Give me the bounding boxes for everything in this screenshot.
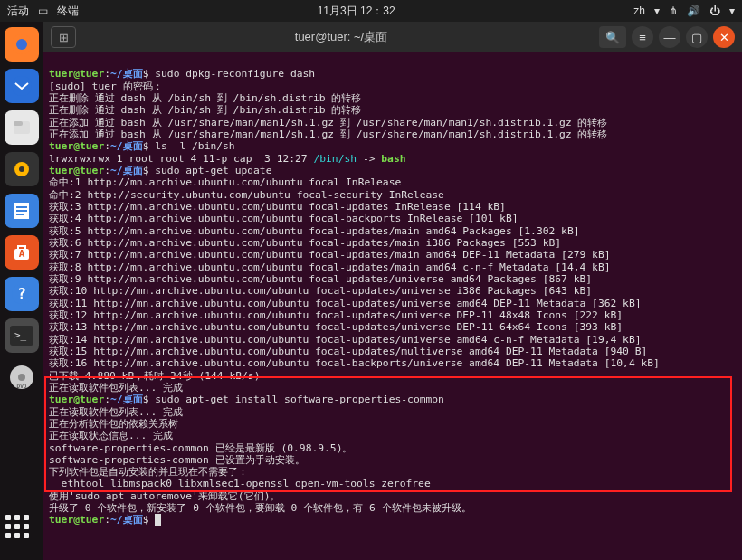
- prompt-dollar: $: [143, 165, 156, 176]
- output-line: 下列软件包是自动安装的并且现在不需要了：: [49, 466, 248, 478]
- window-title: tuer@tuer: ~/桌面: [83, 29, 599, 45]
- output-line: [sudo] tuer 的密码：: [49, 81, 163, 92]
- output-line: 获取:7 http://mn.archive.ubuntu.com/ubuntu…: [49, 249, 611, 261]
- output-line: 获取:9 http://mn.archive.ubuntu.com/ubuntu…: [49, 273, 592, 285]
- output-line: 正在分析软件包的依赖关系树: [49, 418, 178, 430]
- svg-point-6: [19, 166, 24, 172]
- prompt-dollar: $: [143, 514, 156, 526]
- maximize-button[interactable]: ▢: [686, 26, 708, 48]
- svg-text:?: ?: [17, 285, 26, 302]
- output-line: 命中:1 http://mn.archive.ubuntu.com/ubuntu…: [49, 176, 401, 188]
- prompt-user: tuer@tuer: [49, 68, 104, 80]
- chevron-down-icon: ▾: [729, 5, 735, 17]
- terminal-dock-icon[interactable]: >_: [5, 318, 39, 353]
- output-line: 使用'sudo apt autoremove'来卸载它(它们)。: [49, 490, 280, 502]
- new-tab-button[interactable]: ⊞: [51, 26, 76, 48]
- output-line: 获取:8 http://mn.archive.ubuntu.com/ubuntu…: [49, 261, 611, 273]
- prompt-user: tuer@tuer: [49, 165, 104, 176]
- output-line: 获取:5 http://mn.archive.ubuntu.com/ubuntu…: [49, 225, 580, 237]
- svg-point-18: [18, 374, 25, 381]
- files-icon[interactable]: [5, 110, 39, 145]
- input-method[interactable]: zh: [633, 5, 645, 17]
- prompt-colon: :: [104, 394, 110, 405]
- firefox-icon[interactable]: [5, 27, 39, 62]
- app-name: 终端: [57, 4, 79, 19]
- rhythmbox-icon[interactable]: [5, 152, 39, 186]
- prompt-user: tuer@tuer: [49, 140, 104, 152]
- output-line: 已下载 4.880 kB，耗时 34秒 (144 kB/s): [49, 370, 260, 382]
- clock[interactable]: 11月3日 12：32: [79, 4, 633, 19]
- output-line: 获取:4 http://mn.archive.ubuntu.com/ubuntu…: [49, 213, 518, 224]
- close-button[interactable]: ✕: [713, 26, 735, 48]
- svg-rect-4: [14, 121, 23, 126]
- prompt-dollar: $: [143, 68, 156, 80]
- search-button[interactable]: 🔍: [599, 26, 626, 48]
- chevron-down-icon: ▾: [654, 5, 660, 17]
- svg-text:>_: >_: [14, 329, 27, 341]
- svg-rect-8: [16, 206, 27, 208]
- output-line: 获取:14 http://mn.archive.ubuntu.com/ubunt…: [49, 334, 642, 346]
- prompt-colon: :: [104, 514, 110, 526]
- ubuntu-dock: A ? >_ DVD: [0, 22, 43, 560]
- libreoffice-writer-icon[interactable]: [5, 194, 39, 228]
- output-line: 正在添加 通过 bash 从 /usr/share/man/man1/sh.1.…: [49, 128, 608, 140]
- thunderbird-icon[interactable]: [5, 69, 39, 103]
- window-titlebar: ⊞ tuer@tuer: ~/桌面 🔍 ≡ — ▢ ✕: [43, 22, 742, 52]
- cmd: ls -l /bin/sh: [155, 140, 234, 152]
- prompt-path: ~/桌面: [110, 68, 143, 80]
- prompt-colon: :: [104, 140, 110, 152]
- output-line: ethtool libmspack0 libxmlsec1-openssl op…: [49, 478, 431, 489]
- terminal-content[interactable]: tuer@tuer:~/桌面$ sudo dpkg-reconfigure da…: [43, 52, 742, 560]
- minimize-button[interactable]: —: [659, 26, 680, 48]
- output-line: 命中:2 http://security.ubuntu.com/ubuntu f…: [49, 189, 444, 201]
- prompt-dollar: $: [143, 140, 156, 152]
- power-icon[interactable]: ⏻: [709, 5, 720, 17]
- output-line: software-properties-common 已经是最新版 (0.98.…: [49, 442, 352, 454]
- prompt-user: tuer@tuer: [49, 394, 104, 405]
- output-line: software-properties-common 已设置为手动安装。: [49, 454, 305, 466]
- symlink-target: bash: [381, 153, 405, 165]
- output-line: 获取:3 http://mn.archive.ubuntu.com/ubuntu…: [49, 201, 506, 213]
- activities-button[interactable]: 活动: [7, 4, 29, 19]
- terminal-icon: ▭: [38, 5, 48, 17]
- cmd: sudo apt-get update: [155, 165, 271, 176]
- show-applications-button[interactable]: [5, 515, 38, 547]
- dvd-icon[interactable]: DVD: [5, 360, 39, 394]
- volume-icon[interactable]: 🔊: [687, 5, 700, 17]
- ubuntu-software-icon[interactable]: A: [5, 235, 39, 270]
- output-line: 获取:16 http://mn.archive.ubuntu.com/ubunt…: [49, 357, 660, 369]
- output-line: 获取:13 http://mn.archive.ubuntu.com/ubunt…: [49, 321, 623, 333]
- prompt-dollar: $: [143, 394, 156, 405]
- cmd: sudo dpkg-reconfigure dash: [155, 68, 315, 80]
- symlink-name: /bin/sh: [313, 153, 357, 165]
- svg-point-1: [16, 39, 27, 50]
- terminal-window: ⊞ tuer@tuer: ~/桌面 🔍 ≡ — ▢ ✕ tuer@tuer:~/…: [43, 22, 742, 560]
- svg-point-2: [12, 76, 32, 96]
- output-line: 获取:12 http://mn.archive.ubuntu.com/ubunt…: [49, 309, 623, 321]
- prompt-colon: :: [104, 165, 110, 176]
- output-line: 获取:15 http://mn.archive.ubuntu.com/ubunt…: [49, 346, 647, 357]
- output-line: 获取:10 http://mn.archive.ubuntu.com/ubunt…: [49, 285, 592, 297]
- prompt-user: tuer@tuer: [49, 514, 104, 526]
- terminal-cursor: [155, 514, 161, 526]
- svg-rect-10: [16, 214, 24, 215]
- output-line: 正在读取软件包列表... 完成: [49, 406, 183, 418]
- svg-rect-9: [16, 210, 27, 212]
- prompt-colon: :: [104, 68, 110, 80]
- prompt-path: ~/桌面: [110, 514, 143, 526]
- output-line: 获取:6 http://mn.archive.ubuntu.com/ubuntu…: [49, 237, 561, 249]
- output-line: 正在删除 通过 dash 从 /bin/sh 到 /bin/sh.distrib…: [49, 92, 361, 104]
- hamburger-menu-button[interactable]: ≡: [632, 26, 653, 48]
- gnome-topbar: 活动 ▭ 终端 11月3日 12：32 zh ▾ ⋔ 🔊 ⏻ ▾: [0, 0, 742, 22]
- cmd: sudo apt-get install software-properties…: [155, 394, 444, 405]
- help-icon[interactable]: ?: [5, 277, 39, 311]
- svg-text:DVD: DVD: [17, 383, 27, 389]
- output-line: 正在添加 通过 bash 从 /usr/share/man/man1/sh.1.…: [49, 117, 608, 128]
- output-line: 正在读取软件包列表... 完成: [49, 382, 183, 394]
- network-icon[interactable]: ⋔: [669, 5, 678, 17]
- prompt-path: ~/桌面: [110, 394, 143, 405]
- output-line: 正在删除 通过 dash 从 /bin/sh 到 /bin/sh.distrib…: [49, 104, 361, 116]
- output-line: 获取:11 http://mn.archive.ubuntu.com/ubunt…: [49, 298, 642, 309]
- output-line: 升级了 0 个软件包，新安装了 0 个软件包，要卸载 0 个软件包，有 6 个软…: [49, 502, 471, 514]
- ls-perms: lrwxrwxrwx 1 root root 4 11-p cap 3 12:2…: [49, 153, 313, 165]
